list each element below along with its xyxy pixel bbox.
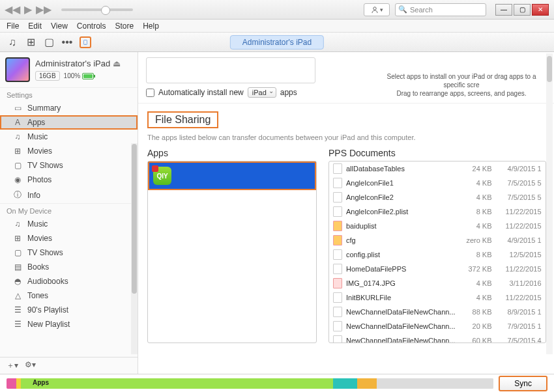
- titlebar: ◀◀ ▶ ▶▶ ▾ 🔍 Search — ▢ ✕: [0, 0, 554, 20]
- battery-status: 100%: [64, 72, 95, 79]
- sidebar-item-movies[interactable]: ⊞Movies: [0, 231, 138, 245]
- sidebar-item-label: Music: [27, 132, 48, 141]
- doc-row[interactable]: baiduplist4 KB11/22/2015: [329, 219, 546, 233]
- sidebar-scrollbar[interactable]: [131, 143, 138, 354]
- prev-icon[interactable]: ◀◀: [5, 4, 20, 16]
- sidebar-item-label: Tones: [27, 291, 48, 300]
- doc-row[interactable]: config.plist8 KB12/5/2015: [329, 247, 546, 262]
- next-icon[interactable]: ▶▶: [36, 4, 51, 16]
- doc-row[interactable]: NewChannelDataFileNewChann...60 KB7/5/20…: [329, 333, 546, 343]
- file-date: 11/22/2015: [496, 265, 542, 273]
- file-name: allDatabaseTables: [346, 165, 456, 173]
- play-icon[interactable]: ▶: [21, 4, 35, 16]
- doc-row[interactable]: InitBKURLFile4 KB11/22/2015: [329, 290, 546, 305]
- file-icon: [333, 292, 342, 303]
- doc-row[interactable]: HomeDataFilePPS372 KB11/22/2015: [329, 262, 546, 276]
- file-name: NewChannelDataFileNewChann...: [346, 308, 456, 316]
- file-icon: [333, 235, 342, 245]
- sidebar-item-movies[interactable]: ⊞Movies: [0, 144, 138, 158]
- doc-row[interactable]: IMG_0174.JPG4 KB3/11/2016: [329, 276, 546, 290]
- sidebar-item-audiobooks[interactable]: ◓Audiobooks: [0, 274, 138, 288]
- movies-tab-icon[interactable]: ⊞: [25, 36, 36, 48]
- sync-button[interactable]: Sync: [499, 376, 547, 391]
- blank-box: [146, 57, 315, 83]
- device-thumb-icon: [5, 57, 30, 82]
- device-tab-icon[interactable]: [80, 36, 91, 48]
- auto-install-suffix: apps: [280, 88, 297, 97]
- menu-controls[interactable]: Controls: [77, 21, 106, 31]
- device-pill[interactable]: Administrator's iPad: [230, 35, 324, 49]
- file-icon: [333, 321, 342, 331]
- file-name: IMG_0174.JPG: [346, 279, 456, 287]
- close-button[interactable]: ✕: [532, 4, 549, 16]
- sidebar-item-icon: ♫: [13, 132, 22, 141]
- app-row[interactable]: QIY: [148, 161, 316, 190]
- doc-row[interactable]: NewChannelDataFileNewChann...20 KB7/9/20…: [329, 319, 546, 333]
- file-size: zero KB: [459, 236, 492, 244]
- file-name: AngleIconFile2: [346, 193, 456, 201]
- auto-install-select[interactable]: iPad: [248, 87, 276, 98]
- doc-row[interactable]: AngleIconFile2.plist8 KB11/22/2015: [329, 204, 546, 219]
- sidebar-item-icon: ▢: [13, 248, 22, 257]
- file-size: 8 KB: [459, 208, 492, 216]
- doc-row[interactable]: AngleIconFile14 KB7/5/2015 5: [329, 176, 546, 190]
- file-date: 7/9/2015 1: [496, 322, 542, 330]
- documents-list[interactable]: allDatabaseTables24 KB4/9/2015 1AngleIco…: [328, 161, 546, 343]
- sidebar-item-label: Photos: [27, 175, 51, 184]
- music-tab-icon[interactable]: ♫: [7, 36, 18, 48]
- menu-view[interactable]: View: [51, 21, 68, 31]
- sidebar-item-tv-shows[interactable]: ▢TV Shows: [0, 245, 138, 260]
- content: Automatically install new iPad apps Sele…: [138, 52, 554, 374]
- sidebar-item-info[interactable]: ⓘInfo: [0, 187, 138, 203]
- sidebar-item-label: Movies: [27, 147, 52, 156]
- apps-list[interactable]: QIY: [147, 161, 317, 343]
- sidebar-item-summary[interactable]: ▭Summary: [0, 101, 138, 115]
- doc-row[interactable]: AngleIconFile24 KB7/5/2015 5: [329, 190, 546, 204]
- sidebar-item-photos[interactable]: ◉Photos: [0, 173, 138, 187]
- account-button[interactable]: ▾: [364, 3, 390, 16]
- maximize-button[interactable]: ▢: [514, 4, 531, 16]
- sidebar-item-music[interactable]: ♫Music: [0, 130, 138, 144]
- sidebar-item-icon: ⊞: [13, 234, 22, 243]
- gear-icon[interactable]: ⚙▾: [25, 360, 36, 371]
- sidebar-item-music[interactable]: ♫Music: [0, 217, 138, 231]
- sidebar-item-tv-shows[interactable]: ▢TV Shows: [0, 158, 138, 173]
- file-size: 60 KB: [459, 337, 492, 343]
- volume-slider[interactable]: [61, 8, 133, 11]
- menu-edit[interactable]: Edit: [28, 21, 42, 31]
- doc-row[interactable]: allDatabaseTables24 KB4/9/2015 1: [329, 161, 546, 176]
- sidebar-item-icon: ⊞: [13, 147, 22, 156]
- file-date: 4/9/2015 1: [496, 236, 542, 244]
- more-icon[interactable]: •••: [61, 36, 73, 48]
- sidebar-item-tones[interactable]: △Tones: [0, 288, 138, 303]
- device-name: Administrator's iPad ⏏: [35, 59, 132, 68]
- settings-list: ▭SummaryAApps♫Music⊞Movies▢TV Shows◉Phot…: [0, 101, 138, 203]
- file-name: baiduplist: [346, 222, 456, 230]
- file-size: 4 KB: [459, 222, 492, 230]
- doc-row[interactable]: cfgzero KB4/9/2015 1: [329, 233, 546, 247]
- menu-store[interactable]: Store: [115, 21, 134, 31]
- menu-help[interactable]: Help: [143, 21, 159, 31]
- search-input[interactable]: 🔍 Search: [395, 3, 486, 16]
- app-icon: QIY: [153, 167, 171, 185]
- file-sharing-section: File Sharing The apps listed below can t…: [138, 104, 554, 351]
- sidebar-item-label: Books: [27, 262, 49, 272]
- content-scrollbar[interactable]: [546, 53, 553, 354]
- toolbar: ♫ ⊞ ▢ ••• Administrator's iPad: [0, 33, 554, 52]
- sidebar-item-icon: ◉: [13, 175, 22, 184]
- auto-install-checkbox[interactable]: [146, 89, 154, 97]
- sidebar-item-90-s-playlist[interactable]: ☰90's Playlist: [0, 303, 138, 317]
- tv-tab-icon[interactable]: ▢: [43, 36, 55, 48]
- eject-icon[interactable]: ⏏: [113, 59, 121, 68]
- minimize-button[interactable]: —: [495, 4, 512, 16]
- sidebar-item-books[interactable]: ▤Books: [0, 260, 138, 274]
- sidebar-item-apps[interactable]: AApps: [0, 115, 138, 130]
- sidebar-item-label: Music: [27, 219, 48, 229]
- sidebar-item-new-playlist[interactable]: ☰New Playlist: [0, 317, 138, 331]
- add-button[interactable]: ＋▾: [7, 360, 18, 371]
- device-block: Administrator's iPad ⏏ 16GB 100%: [0, 52, 138, 87]
- file-date: 11/22/2015: [496, 294, 542, 301]
- menu-file[interactable]: File: [7, 21, 19, 31]
- sidebar-item-label: Audiobooks: [27, 277, 68, 286]
- doc-row[interactable]: NewChannelDataFileNewChann...88 KB8/9/20…: [329, 305, 546, 319]
